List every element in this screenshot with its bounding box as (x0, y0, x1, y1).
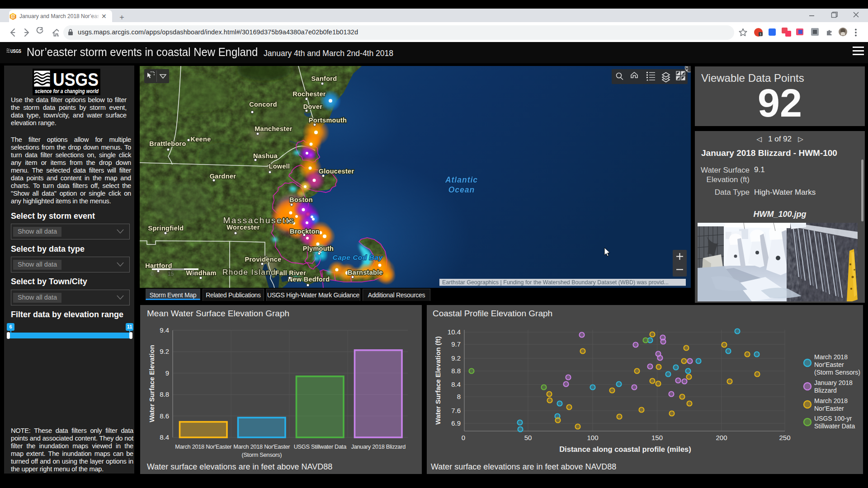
svg-text:Earthstar Geographics | Fundin: Earthstar Geographics | Funding for the … (442, 279, 669, 286)
svg-text:March 2018: March 2018 (814, 397, 848, 404)
svg-text:Barnstable: Barnstable (348, 269, 383, 276)
svg-text:(Storm Sensors): (Storm Sensors) (241, 451, 282, 458)
svg-text:Coastal Profile Elevation Grap: Coastal Profile Elevation Graph (433, 309, 552, 318)
svg-text:USGS 100-yr: USGS 100-yr (814, 415, 852, 422)
svg-text:7.6: 7.6 (451, 407, 461, 414)
svg-text:(Storm Sensors): (Storm Sensors) (814, 369, 860, 376)
svg-text:USGS Stillwater Data: USGS Stillwater Data (294, 443, 347, 450)
svg-text:Manchester: Manchester (255, 125, 292, 132)
svg-text:Rhode Island: Rhode Island (222, 268, 276, 277)
svg-text:Water Surface Elevation: Water Surface Elevation (148, 345, 156, 422)
svg-text:New Bedford: New Bedford (288, 276, 330, 283)
svg-text:Water Surface Elevation (ft): Water Surface Elevation (ft) (434, 336, 442, 424)
svg-text:Blizzard: Blizzard (814, 387, 837, 394)
svg-text:9.2: 9.2 (160, 347, 169, 355)
svg-text:USGS: USGS (53, 69, 99, 90)
svg-text:Concord: Concord (249, 101, 277, 108)
svg-text:250: 250 (779, 434, 790, 441)
svg-text:Dover: Dover (303, 103, 323, 110)
svg-text:10.4: 10.4 (448, 328, 461, 336)
svg-text:9.7: 9.7 (451, 340, 461, 348)
svg-text:Keene: Keene (190, 136, 211, 143)
svg-text:January 2018: January 2018 (814, 379, 853, 386)
svg-text:Brattleboro: Brattleboro (149, 140, 186, 147)
svg-text:15: 15 (168, 271, 174, 277)
svg-text:8.4: 8.4 (160, 433, 169, 441)
svg-text:March 2018 Nor'Easter: March 2018 Nor'Easter (233, 443, 290, 450)
svg-text:150: 150 (651, 434, 663, 441)
svg-text:Boston: Boston (289, 196, 313, 203)
svg-text:9.4: 9.4 (160, 326, 169, 334)
svg-text:Portsmouth: Portsmouth (309, 117, 347, 124)
svg-text:Atlantic: Atlantic (445, 175, 478, 184)
svg-text:USGS: USGS (10, 48, 21, 54)
svg-text:Lowell: Lowell (269, 163, 290, 170)
svg-text:Providence: Providence (245, 256, 281, 263)
svg-text:Water surface elevations are i: Water surface elevations are in feet abo… (431, 462, 616, 471)
svg-text:Cape Cod Bay: Cape Cod Bay (332, 253, 383, 261)
svg-text:0: 0 (462, 434, 465, 441)
svg-text:Springfield: Springfield (148, 225, 184, 232)
svg-text:Nashua: Nashua (253, 152, 278, 160)
svg-text:Stillwater Data: Stillwater Data (814, 422, 855, 430)
svg-text:March 2018 Nor'Easter: March 2018 Nor'Easter (175, 443, 232, 450)
svg-text:8.8: 8.8 (160, 390, 169, 398)
svg-text:200: 200 (716, 434, 727, 441)
svg-text:6.9: 6.9 (451, 419, 461, 427)
svg-text:Nor'Easter: Nor'Easter (814, 361, 844, 368)
svg-text:8.6: 8.6 (160, 412, 169, 420)
svg-text:January 2018 Blizzard: January 2018 Blizzard (351, 443, 406, 450)
svg-text:9: 9 (165, 369, 169, 377)
svg-text:9.2: 9.2 (451, 354, 461, 362)
svg-text:8: 8 (457, 393, 461, 400)
svg-text:8.4: 8.4 (451, 380, 461, 388)
svg-text:Ocean: Ocean (448, 185, 475, 194)
svg-text:Plymouth: Plymouth (303, 245, 334, 252)
svg-text:Hartford: Hartford (145, 262, 172, 269)
svg-text:0: 0 (151, 271, 154, 277)
svg-text:Gloucester: Gloucester (319, 168, 354, 175)
svg-text:Mean Water Surface Elevation G: Mean Water Surface Elevation Graph (147, 309, 289, 318)
svg-text:50: 50 (524, 434, 532, 441)
svg-text:8.8: 8.8 (451, 367, 461, 375)
svg-text:30: 30 (191, 271, 197, 277)
svg-text:Nor'Easter: Nor'Easter (814, 405, 844, 412)
svg-text:Rochester: Rochester (292, 90, 326, 98)
svg-text:March 2018: March 2018 (814, 353, 848, 361)
svg-text:Massachusetts: Massachusetts (223, 216, 295, 225)
svg-text:Distance along coastal profile: Distance along coastal profile (miles) (559, 445, 691, 453)
svg-text:science for a changing world: science for a changing world (35, 88, 99, 94)
svg-text:100: 100 (587, 434, 598, 441)
svg-text:Water surface elevations are i: Water surface elevations are in feet abo… (147, 462, 332, 471)
svg-text:Sanford: Sanford (311, 75, 337, 82)
